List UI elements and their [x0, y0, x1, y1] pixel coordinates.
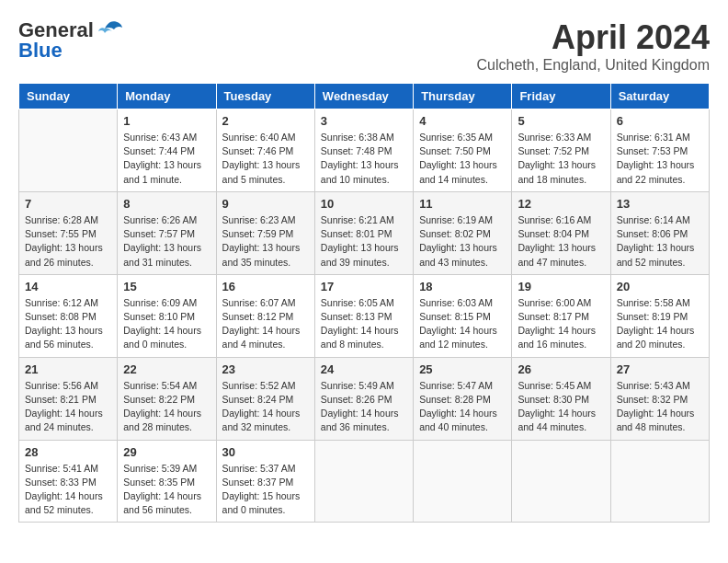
day-info: Sunrise: 5:47 AMSunset: 8:28 PMDaylight:…	[419, 379, 506, 435]
day-info: Sunrise: 5:37 AMSunset: 8:37 PMDaylight:…	[222, 462, 309, 518]
day-info: Sunrise: 5:43 AMSunset: 8:32 PMDaylight:…	[617, 379, 703, 435]
day-number: 16	[222, 280, 309, 293]
day-info: Sunrise: 5:41 AMSunset: 8:33 PMDaylight:…	[25, 462, 111, 518]
calendar-cell: 21Sunrise: 5:56 AMSunset: 8:21 PMDayligh…	[19, 357, 118, 440]
day-info: Sunrise: 6:05 AMSunset: 8:13 PMDaylight:…	[321, 296, 407, 352]
calendar-cell: 20Sunrise: 5:58 AMSunset: 8:19 PMDayligh…	[610, 274, 709, 357]
calendar-cell: 16Sunrise: 6:07 AMSunset: 8:12 PMDayligh…	[216, 274, 314, 357]
day-info: Sunrise: 6:14 AMSunset: 8:06 PMDaylight:…	[617, 213, 703, 270]
calendar-week-4: 21Sunrise: 5:56 AMSunset: 8:21 PMDayligh…	[19, 357, 710, 440]
calendar-cell: 11Sunrise: 6:19 AMSunset: 8:02 PMDayligh…	[414, 191, 512, 274]
day-info: Sunrise: 6:23 AMSunset: 7:59 PMDaylight:…	[222, 213, 309, 270]
day-number: 4	[419, 114, 506, 128]
day-info: Sunrise: 6:03 AMSunset: 8:15 PMDaylight:…	[419, 296, 506, 352]
day-info: Sunrise: 6:43 AMSunset: 7:44 PMDaylight:…	[123, 131, 210, 187]
calendar-cell: 1Sunrise: 6:43 AMSunset: 7:44 PMDaylight…	[118, 109, 216, 192]
day-info: Sunrise: 5:52 AMSunset: 8:24 PMDaylight:…	[222, 379, 309, 435]
day-info: Sunrise: 6:31 AMSunset: 7:53 PMDaylight:…	[617, 131, 703, 187]
day-info: Sunrise: 6:19 AMSunset: 8:02 PMDaylight:…	[419, 213, 506, 270]
day-info: Sunrise: 5:54 AMSunset: 8:22 PMDaylight:…	[123, 379, 210, 435]
day-number: 12	[518, 197, 604, 211]
day-info: Sunrise: 5:39 AMSunset: 8:35 PMDaylight:…	[123, 462, 210, 518]
day-number: 3	[321, 114, 407, 128]
calendar-cell: 28Sunrise: 5:41 AMSunset: 8:33 PMDayligh…	[19, 440, 118, 523]
day-info: Sunrise: 6:26 AMSunset: 7:57 PMDaylight:…	[123, 213, 210, 270]
day-number: 22	[123, 362, 210, 376]
day-info: Sunrise: 6:07 AMSunset: 8:12 PMDaylight:…	[222, 296, 309, 352]
day-header-monday: Monday	[118, 84, 216, 109]
day-number: 19	[518, 280, 604, 293]
day-number: 18	[419, 280, 506, 293]
logo: General Blue	[18, 18, 123, 63]
day-info: Sunrise: 6:16 AMSunset: 8:04 PMDaylight:…	[518, 213, 604, 270]
day-number: 17	[321, 280, 407, 293]
calendar-subtitle: Culcheth, England, United Kingdom	[477, 57, 711, 74]
calendar-cell: 8Sunrise: 6:26 AMSunset: 7:57 PMDaylight…	[118, 191, 216, 274]
calendar-cell	[19, 109, 118, 192]
day-info: Sunrise: 6:21 AMSunset: 8:01 PMDaylight:…	[321, 213, 407, 270]
day-number: 5	[518, 114, 604, 128]
calendar-week-5: 28Sunrise: 5:41 AMSunset: 8:33 PMDayligh…	[19, 440, 710, 523]
day-number: 21	[25, 362, 111, 376]
day-info: Sunrise: 6:09 AMSunset: 8:10 PMDaylight:…	[123, 296, 210, 352]
calendar-cell: 4Sunrise: 6:35 AMSunset: 7:50 PMDaylight…	[414, 109, 512, 192]
calendar-cell: 19Sunrise: 6:00 AMSunset: 8:17 PMDayligh…	[512, 274, 610, 357]
title-section: April 2024 Culcheth, England, United Kin…	[477, 18, 711, 74]
day-number: 23	[222, 362, 309, 376]
day-header-friday: Friday	[512, 84, 610, 109]
calendar-cell	[414, 440, 512, 523]
calendar-cell: 9Sunrise: 6:23 AMSunset: 7:59 PMDaylight…	[216, 191, 314, 274]
calendar-cell: 29Sunrise: 5:39 AMSunset: 8:35 PMDayligh…	[118, 440, 216, 523]
day-number: 26	[518, 362, 604, 376]
day-number: 13	[617, 197, 703, 211]
calendar-week-1: 1Sunrise: 6:43 AMSunset: 7:44 PMDaylight…	[19, 109, 710, 192]
day-info: Sunrise: 6:00 AMSunset: 8:17 PMDaylight:…	[518, 296, 604, 352]
days-header-row: SundayMondayTuesdayWednesdayThursdayFrid…	[19, 84, 710, 109]
day-number: 11	[419, 197, 506, 211]
day-number: 14	[25, 280, 111, 293]
day-number: 28	[25, 445, 111, 459]
day-header-saturday: Saturday	[610, 84, 709, 109]
day-info: Sunrise: 6:38 AMSunset: 7:48 PMDaylight:…	[321, 131, 407, 187]
day-header-wednesday: Wednesday	[314, 84, 413, 109]
calendar-cell: 27Sunrise: 5:43 AMSunset: 8:32 PMDayligh…	[610, 357, 709, 440]
day-info: Sunrise: 5:45 AMSunset: 8:30 PMDaylight:…	[518, 379, 604, 435]
day-header-tuesday: Tuesday	[216, 84, 314, 109]
calendar-cell: 2Sunrise: 6:40 AMSunset: 7:46 PMDaylight…	[216, 109, 314, 192]
calendar-cell	[512, 440, 610, 523]
calendar-cell: 6Sunrise: 6:31 AMSunset: 7:53 PMDaylight…	[610, 109, 709, 192]
calendar-cell: 14Sunrise: 6:12 AMSunset: 8:08 PMDayligh…	[19, 274, 118, 357]
day-number: 15	[123, 280, 210, 293]
day-number: 20	[617, 280, 703, 293]
day-number: 8	[123, 197, 210, 211]
day-header-thursday: Thursday	[414, 84, 512, 109]
day-number: 27	[617, 362, 703, 376]
day-number: 10	[321, 197, 407, 211]
calendar-cell: 12Sunrise: 6:16 AMSunset: 8:04 PMDayligh…	[512, 191, 610, 274]
calendar-week-3: 14Sunrise: 6:12 AMSunset: 8:08 PMDayligh…	[19, 274, 710, 357]
day-number: 24	[321, 362, 407, 376]
day-number: 1	[123, 114, 210, 128]
calendar-cell: 30Sunrise: 5:37 AMSunset: 8:37 PMDayligh…	[216, 440, 314, 523]
day-number: 29	[123, 445, 210, 459]
day-info: Sunrise: 6:12 AMSunset: 8:08 PMDaylight:…	[25, 296, 111, 352]
calendar-cell	[314, 440, 413, 523]
logo-bird-icon	[97, 20, 123, 40]
logo-text-blue: Blue	[18, 39, 63, 63]
page-header: General Blue April 2024 Culcheth, Englan…	[18, 18, 710, 74]
day-number: 2	[222, 114, 309, 128]
calendar-cell: 13Sunrise: 6:14 AMSunset: 8:06 PMDayligh…	[610, 191, 709, 274]
day-info: Sunrise: 6:40 AMSunset: 7:46 PMDaylight:…	[222, 131, 309, 187]
day-info: Sunrise: 5:58 AMSunset: 8:19 PMDaylight:…	[617, 296, 703, 352]
calendar-week-2: 7Sunrise: 6:28 AMSunset: 7:55 PMDaylight…	[19, 191, 710, 274]
day-number: 25	[419, 362, 506, 376]
calendar-cell: 17Sunrise: 6:05 AMSunset: 8:13 PMDayligh…	[314, 274, 413, 357]
calendar-cell: 3Sunrise: 6:38 AMSunset: 7:48 PMDaylight…	[314, 109, 413, 192]
calendar-cell: 5Sunrise: 6:33 AMSunset: 7:52 PMDaylight…	[512, 109, 610, 192]
day-number: 30	[222, 445, 309, 459]
calendar-cell: 25Sunrise: 5:47 AMSunset: 8:28 PMDayligh…	[414, 357, 512, 440]
calendar-cell: 7Sunrise: 6:28 AMSunset: 7:55 PMDaylight…	[19, 191, 118, 274]
day-number: 6	[617, 114, 703, 128]
calendar-cell: 18Sunrise: 6:03 AMSunset: 8:15 PMDayligh…	[414, 274, 512, 357]
day-info: Sunrise: 6:35 AMSunset: 7:50 PMDaylight:…	[419, 131, 506, 187]
